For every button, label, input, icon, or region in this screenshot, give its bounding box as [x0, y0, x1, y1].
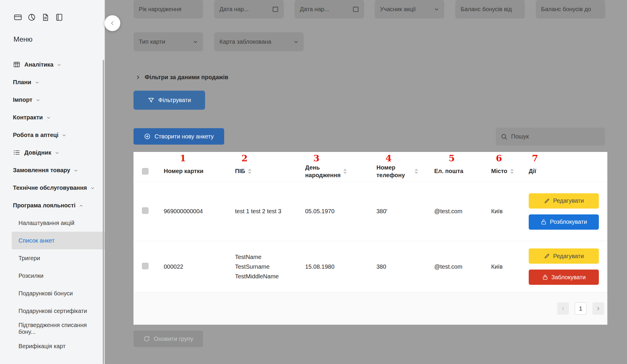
sidebar-subitem-podarunkovi-bonusy[interactable]: Подарункові бонуси: [0, 285, 105, 302]
unlock-icon: [540, 219, 547, 225]
column-phone: Номер телефону: [376, 164, 434, 179]
pagination-prev-button[interactable]: [557, 302, 569, 315]
birth-date-from-label: Дата нар...: [219, 6, 249, 13]
sidebar-item-zamovlennya-tovaru[interactable]: Замовлення товару: [0, 161, 105, 179]
column-city: Місто: [491, 168, 529, 175]
promo-participant-select[interactable]: Учасник акції: [375, 0, 444, 18]
sidebar-collapse-button[interactable]: [104, 15, 120, 31]
sidebar-item-robota-v-aptetsi[interactable]: Робота в аптеці: [0, 126, 105, 144]
birth-date-to-input[interactable]: Дата нар...: [295, 0, 364, 18]
sidebar-menu: Аналітика Плани Імпорт Контракти Робота …: [0, 56, 105, 355]
unblock-button[interactable]: Розблокувати: [529, 214, 599, 230]
chevron-down-icon: [46, 115, 51, 120]
sort-icon[interactable]: [415, 169, 418, 174]
sidebar-item-prohrama-loyalnosti[interactable]: Програма лояльності: [0, 197, 105, 214]
chevron-down-icon: [36, 98, 40, 103]
chevron-down-icon: [293, 39, 299, 45]
column-card-number: Номер картки: [164, 168, 235, 175]
block-button[interactable]: Заблокувати: [529, 270, 599, 285]
filter-button[interactable]: Фільтрувати: [133, 91, 205, 110]
birth-date-to-label: Дата нар...: [300, 6, 329, 13]
sidebar-subitem-tryhery[interactable]: Тригери: [0, 249, 105, 267]
select-all-checkbox[interactable]: [142, 168, 148, 175]
sidebar-item-import[interactable]: Імпорт: [0, 91, 105, 109]
chevron-down-icon: [434, 6, 440, 12]
pagination-page-1[interactable]: 1: [575, 302, 587, 315]
cell-card-number: 969000000004: [164, 208, 235, 215]
column-actions: Дії: [529, 168, 607, 175]
edit-button[interactable]: Редагувати: [529, 248, 599, 264]
chevron-down-icon: [55, 150, 60, 155]
row-checkbox[interactable]: [142, 207, 148, 214]
cell-phone: 380': [376, 208, 434, 215]
search-box: [496, 128, 605, 145]
cell-email: @test.com: [434, 208, 491, 215]
plus-circle-icon: [144, 133, 151, 140]
sort-icon[interactable]: [510, 169, 514, 174]
card-type-select[interactable]: Тип карти: [133, 32, 203, 51]
create-form-button[interactable]: Створити нову анкету: [133, 128, 224, 145]
chevron-left-icon: [560, 306, 566, 311]
sidebar-item-dovidnyk[interactable]: Довідник: [0, 144, 105, 161]
sort-icon[interactable]: [248, 169, 251, 174]
lock-icon: [542, 274, 548, 280]
chevron-down-icon: [35, 80, 40, 85]
sidebar-subitem-veryfikatsiya-kart[interactable]: Верифікація карт: [0, 337, 105, 355]
chevron-left-icon: [109, 20, 116, 26]
sales-filters-label: Фільтри за даними продажів: [145, 74, 228, 81]
sidebar-scrollbar[interactable]: [103, 60, 104, 364]
card-icon[interactable]: [13, 13, 22, 22]
chevron-down-icon: [57, 62, 62, 67]
sidebar-item-label: Плани: [13, 79, 31, 86]
cell-full-name: TestName TestSurname TestMiddleName: [235, 252, 305, 281]
card-type-label: Тип карти: [139, 38, 165, 45]
chevron-down-icon: [73, 168, 78, 173]
sidebar-item-tekhnichne-obsluhovuvannya[interactable]: Технічне обслуговування: [0, 179, 105, 197]
table-row: 000022 TestName TestSurname TestMiddleNa…: [133, 241, 607, 292]
card-blocked-select[interactable]: Карта заблокована: [214, 32, 304, 51]
chevron-down-icon: [62, 133, 67, 138]
table-header: 1 2 3 4 5 6 7 Номер картки ПІБ День наро…: [133, 152, 607, 182]
cell-email: @test.com: [434, 263, 491, 270]
annotation-1: 1: [180, 153, 186, 163]
promo-participant-label: Учасник акції: [380, 6, 416, 13]
cell-card-number: 000022: [164, 263, 235, 270]
sidebar: Меню Аналітика Плани Імпорт Контракти Ро…: [0, 0, 105, 364]
sidebar-subitem-rozsylky[interactable]: Розсилки: [0, 267, 105, 285]
refresh-icon: [143, 335, 150, 342]
main-content: Дата нар... Дата нар... Учасник акції Ти…: [105, 0, 627, 364]
annotation-3: 3: [313, 153, 320, 163]
pie-chart-icon[interactable]: [27, 13, 36, 22]
sidebar-subitem-nalashtuvannya-aktsiy[interactable]: Налаштування акцій: [0, 214, 105, 232]
bonus-balance-to-input[interactable]: [536, 0, 605, 18]
sidebar-item-analityka[interactable]: Аналітика: [0, 56, 105, 73]
row-checkbox[interactable]: [142, 263, 148, 269]
sidebar-item-plany[interactable]: Плани: [0, 73, 105, 91]
sidebar-subitem-pidtverdzhennya-spysannya[interactable]: Підтвердження списання бону...: [0, 320, 105, 337]
sidebar-subitem-spysok-anket[interactable]: Список анкет: [12, 232, 105, 249]
chevron-up-icon: [79, 203, 84, 208]
pagination-next-button[interactable]: [592, 302, 604, 315]
sidebar-subitem-podarunkovi-sertyfikaty[interactable]: Подарункові сертифікати: [0, 302, 105, 320]
sort-icon[interactable]: [343, 169, 347, 174]
edit-button[interactable]: Редагувати: [529, 193, 599, 209]
update-group-label: Оновити групу: [154, 336, 193, 342]
cell-phone: 380: [376, 263, 434, 270]
book-icon[interactable]: [55, 13, 64, 22]
birth-year-input[interactable]: [133, 0, 203, 18]
sidebar-item-label: Замовлення товару: [13, 167, 70, 174]
file-icon[interactable]: [41, 13, 50, 22]
cell-birth-date: 15.08.1980: [305, 263, 376, 270]
cell-city: Київ: [491, 263, 529, 270]
column-email: Ел. пошта: [434, 168, 491, 175]
search-input[interactable]: [511, 133, 600, 140]
sales-filters-toggle[interactable]: Фільтри за даними продажів: [135, 72, 228, 82]
calendar-icon: [272, 6, 279, 13]
birth-date-from-input[interactable]: Дата нар...: [214, 0, 284, 18]
grid-icon: [13, 61, 21, 68]
table-row: 969000000004 test 1 test 2 test 3 05.05.…: [133, 182, 607, 241]
bonus-balance-from-input[interactable]: [455, 0, 525, 18]
update-group-button[interactable]: Оновити групу: [133, 331, 203, 347]
column-birth-date: День народження: [305, 164, 376, 179]
sidebar-item-kontrakty[interactable]: Контракти: [0, 109, 105, 126]
